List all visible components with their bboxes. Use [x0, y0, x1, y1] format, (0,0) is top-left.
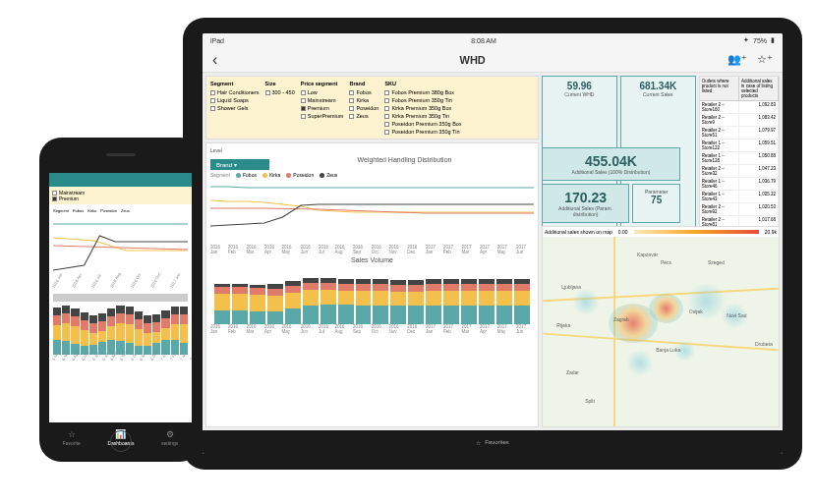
- left-panel: Segment Hair Conditioners Liquid Soaps S…: [205, 76, 539, 427]
- dashboard: Segment Hair Conditioners Liquid Soaps S…: [203, 73, 783, 430]
- phone-chart[interactable]: Segment Fobos Kirka Poseidon Zeus 2016 J…: [49, 204, 192, 422]
- tab-settings[interactable]: ⚙settings: [161, 429, 178, 446]
- iphone-device: Mainstream Premium Segment Fobos Kirka P…: [39, 138, 202, 462]
- speaker: [106, 153, 136, 156]
- filter-size[interactable]: Size 300 - 450: [265, 81, 295, 135]
- device-label: iPad: [210, 37, 224, 44]
- tab-favorites[interactable]: Favorites: [485, 439, 509, 445]
- tab-favorite[interactable]: ☆Favorite: [63, 429, 81, 446]
- ipad-screen: iPad 8:08 AM ✦ 75% ▮ ‹ WHD 👥⁺ ☆⁺ Segment…: [203, 33, 783, 454]
- status-bar: iPad 8:08 AM ✦ 75% ▮: [203, 33, 783, 47]
- filter-segment[interactable]: Segment Hair Conditioners Liquid Soaps S…: [210, 81, 260, 135]
- ipad-tabbar: ☆ Favorites: [203, 430, 783, 454]
- home-button[interactable]: [110, 430, 132, 452]
- kpi-addparam[interactable]: 170.23 Additional Sales (Param. distribu…: [542, 184, 629, 223]
- filter-sku[interactable]: SKU Fobos Premium 380g Box Fobos Premium…: [384, 81, 461, 135]
- favorite-add-icon[interactable]: ☆⁺: [757, 53, 773, 66]
- x-axis-labels: 2016 Jan2016 Feb2016 Mar2016 Apr2016 May…: [210, 324, 534, 334]
- status-time: 8:08 AM: [471, 37, 496, 44]
- kpi-parameter[interactable]: Parameter 75: [632, 184, 680, 223]
- star-icon: ☆: [68, 429, 76, 439]
- divider-bar: [53, 294, 188, 302]
- line-chart-area: [210, 182, 534, 241]
- phone-legend: Segment Fobos Kirka Poseidon Zeus: [53, 208, 188, 213]
- gear-icon: ⚙: [166, 429, 174, 439]
- right-panel: 59.96 Current WHD 681.34K Current Sales …: [542, 76, 780, 427]
- header-bar: [49, 173, 192, 187]
- phone-bar-axis: 5 Mar6 Mar6 Apr6 May6 Jun6 Jul6 Aug6 Sep…: [53, 358, 188, 363]
- x-axis-labels: 2016 Jan2016 Feb2016 Mar2016 Apr2016 May…: [210, 245, 534, 254]
- ipad-device: iPad 8:08 AM ✦ 75% ▮ ‹ WHD 👥⁺ ☆⁺ Segment…: [183, 18, 802, 470]
- level-select[interactable]: Brand ▾: [210, 159, 269, 170]
- bluetooth-icon: ✦: [743, 36, 749, 44]
- phone-bars: [53, 306, 188, 355]
- page-title: WHD: [460, 54, 486, 66]
- phone-axis: 2016 Jan2016 Apr2016 Jul2016 Aug2016 Oct…: [53, 285, 188, 290]
- battery-level: 75%: [753, 37, 767, 44]
- map-panel[interactable]: Additional sales shown on map 0.00 20.9k…: [542, 226, 780, 427]
- star-icon[interactable]: ☆: [476, 439, 481, 446]
- filter-brand[interactable]: Brand Fobos Kirka Poseidon Zeus: [349, 81, 378, 135]
- map-canvas[interactable]: Ljubljana Zagreb Banja Luka Split Zadar …: [543, 237, 779, 426]
- outlets-table[interactable]: Outlets where product is not listed Addi…: [699, 76, 780, 243]
- battery-icon: ▮: [771, 36, 775, 44]
- back-button[interactable]: ‹: [212, 51, 217, 69]
- filter-panel: Segment Hair Conditioners Liquid Soaps S…: [205, 76, 539, 140]
- whd-chart[interactable]: Level Brand ▾ Weighted Handling Distribu…: [205, 142, 539, 427]
- filter-price[interactable]: Price segment Low Mainstream Premium Sup…: [301, 81, 344, 135]
- chart-legend: Segment Fobos Kirka Poseidon Zeus: [210, 172, 534, 178]
- kpi-add100[interactable]: 455.04K Additional Sales (100% Distribut…: [542, 147, 680, 181]
- iphone-screen: Mainstream Premium Segment Fobos Kirka P…: [49, 173, 192, 422]
- heatmap-gradient: [634, 230, 759, 234]
- bar-chart-area: [210, 265, 534, 324]
- app-header: ‹ WHD 👥⁺ ☆⁺: [203, 47, 783, 73]
- phone-filters[interactable]: Mainstream Premium: [49, 187, 192, 204]
- share-icon[interactable]: 👥⁺: [728, 53, 747, 66]
